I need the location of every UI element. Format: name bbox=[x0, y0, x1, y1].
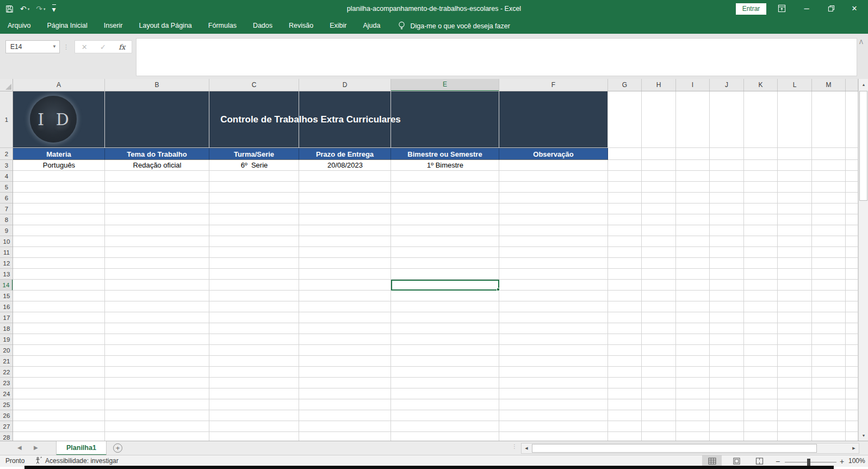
name-box[interactable]: E14▼ bbox=[5, 40, 60, 53]
table-header-cell[interactable]: Turma/Serie bbox=[209, 148, 299, 160]
row-header-16[interactable]: 16 bbox=[0, 301, 13, 312]
row-header-17[interactable]: 17 bbox=[0, 312, 13, 323]
row-header-4[interactable]: 4 bbox=[0, 171, 13, 182]
scrollbar-resize-dots[interactable]: ⋮ bbox=[512, 443, 517, 449]
row-header-24[interactable]: 24 bbox=[0, 388, 13, 399]
row-header-10[interactable]: 10 bbox=[0, 236, 13, 247]
tab-inserir[interactable]: Inserir bbox=[96, 18, 131, 34]
tab-formulas[interactable]: Fórmulas bbox=[200, 18, 245, 34]
view-normal-icon[interactable] bbox=[702, 455, 722, 467]
view-page-layout-icon[interactable] bbox=[727, 455, 746, 467]
column-header-M[interactable]: M bbox=[812, 79, 846, 91]
row-header-5[interactable]: 5 bbox=[0, 182, 13, 193]
column-header-G[interactable]: G bbox=[608, 79, 642, 91]
row-header-20[interactable]: 20 bbox=[0, 345, 13, 356]
sheet-nav-prev-icon[interactable]: ◀ bbox=[17, 445, 22, 451]
insert-function-icon[interactable]: fx bbox=[119, 43, 125, 51]
close-button[interactable]: ✕ bbox=[845, 0, 864, 16]
column-header-E[interactable]: E bbox=[391, 79, 499, 91]
tab-exibir[interactable]: Exibir bbox=[321, 18, 355, 34]
cells-area[interactable]: I D Controle de Trabalhos Extra Curricul… bbox=[13, 91, 858, 441]
sheet-nav-next-icon[interactable]: ▶ bbox=[34, 445, 38, 451]
row-header-21[interactable]: 21 bbox=[0, 356, 13, 367]
zoom-level[interactable]: 100% bbox=[848, 457, 865, 465]
row-header-2[interactable]: 2 bbox=[0, 148, 13, 160]
vertical-scrollbar[interactable]: ▲ ▼ bbox=[858, 79, 868, 441]
tab-arquivo[interactable]: Arquivo bbox=[0, 18, 39, 34]
row-header-11[interactable]: 11 bbox=[0, 247, 13, 258]
row-header-6[interactable]: 6 bbox=[0, 193, 13, 203]
table-header-cell[interactable]: Tema do Trabalho bbox=[105, 148, 209, 160]
name-box-dropdown-icon[interactable]: ▼ bbox=[52, 41, 57, 53]
scroll-down-icon[interactable]: ▼ bbox=[859, 430, 868, 441]
column-header-C[interactable]: C bbox=[209, 79, 299, 91]
selected-cell-E14[interactable] bbox=[391, 280, 499, 291]
table-data-cell[interactable]: 6º Serie bbox=[209, 160, 299, 171]
column-header-H[interactable]: H bbox=[642, 79, 676, 91]
row-header-14[interactable]: 14 bbox=[0, 280, 13, 291]
column-header-F[interactable]: F bbox=[499, 79, 608, 91]
row-header-7[interactable]: 7 bbox=[0, 203, 13, 214]
scroll-right-icon[interactable]: ▶ bbox=[849, 443, 859, 453]
add-sheet-icon[interactable]: + bbox=[113, 443, 122, 453]
row-header-27[interactable]: 27 bbox=[0, 421, 13, 432]
minimize-button[interactable]: ─ bbox=[797, 0, 816, 16]
zoom-out-icon[interactable]: − bbox=[776, 457, 780, 466]
accessibility-status[interactable]: Acessibilidade: investigar bbox=[34, 456, 119, 465]
row-header-12[interactable]: 12 bbox=[0, 258, 13, 269]
tab-layout-da-pagina[interactable]: Layout da Página bbox=[131, 18, 200, 34]
tab-pagina-inicial[interactable]: Página Inicial bbox=[39, 18, 95, 34]
sheet-tab-planilha1[interactable]: Planilha1 bbox=[56, 441, 107, 455]
enter-icon[interactable]: ✓ bbox=[100, 43, 106, 51]
row-header-26[interactable]: 26 bbox=[0, 410, 13, 421]
restore-button[interactable] bbox=[822, 0, 840, 16]
ribbon-display-options-icon[interactable] bbox=[772, 0, 791, 16]
table-data-cell[interactable] bbox=[499, 160, 608, 171]
column-header-A[interactable]: A bbox=[13, 79, 105, 91]
column-header-B[interactable]: B bbox=[105, 79, 209, 91]
row-header-8[interactable]: 8 bbox=[0, 214, 13, 225]
select-all-corner[interactable] bbox=[0, 79, 13, 91]
row-header-22[interactable]: 22 bbox=[0, 367, 13, 378]
collapse-formula-bar-icon[interactable]: ᐱ bbox=[859, 39, 863, 45]
scroll-up-icon[interactable]: ▲ bbox=[859, 79, 868, 90]
table-data-cell[interactable]: 20/08/2023 bbox=[299, 160, 391, 171]
column-header-K[interactable]: K bbox=[744, 79, 778, 91]
table-header-cell[interactable]: Materia bbox=[13, 148, 105, 160]
tab-dados[interactable]: Dados bbox=[245, 18, 281, 34]
row-header-19[interactable]: 19 bbox=[0, 334, 13, 345]
sign-in-button[interactable]: Entrar bbox=[736, 3, 766, 15]
row-header-3[interactable]: 3 bbox=[0, 160, 13, 171]
column-header-D[interactable]: D bbox=[299, 79, 391, 91]
horizontal-scrollbar[interactable]: ◀ ▶ bbox=[521, 443, 859, 454]
tab-ajuda[interactable]: Ajuda bbox=[355, 18, 388, 34]
scroll-left-icon[interactable]: ◀ bbox=[522, 443, 531, 453]
table-data-cell[interactable]: Redação oficial bbox=[105, 160, 209, 171]
zoom-slider-handle[interactable] bbox=[807, 459, 810, 466]
row-header-9[interactable]: 9 bbox=[0, 225, 13, 236]
fill-handle[interactable] bbox=[497, 288, 500, 291]
horizontal-scroll-thumb[interactable] bbox=[532, 444, 817, 453]
table-header-cell[interactable]: Observação bbox=[499, 148, 608, 160]
table-header-cell[interactable]: Bimestre ou Semestre bbox=[391, 148, 499, 160]
column-header-J[interactable]: J bbox=[710, 79, 744, 91]
row-header-1[interactable]: 1 bbox=[0, 91, 13, 148]
row-header-23[interactable]: 23 bbox=[0, 378, 13, 388]
table-data-cell[interactable]: 1º Bimestre bbox=[391, 160, 499, 171]
column-header-I[interactable]: I bbox=[676, 79, 710, 91]
tell-me-box[interactable]: Diga-me o que você deseja fazer bbox=[398, 21, 510, 30]
row-header-25[interactable]: 25 bbox=[0, 399, 13, 410]
column-header-L[interactable]: L bbox=[778, 79, 812, 91]
formula-bar-input[interactable] bbox=[136, 38, 857, 76]
row-header-18[interactable]: 18 bbox=[0, 323, 13, 334]
vertical-scroll-thumb[interactable] bbox=[859, 91, 867, 201]
table-header-cell[interactable]: Prazo de Entrega bbox=[299, 148, 391, 160]
row-header-13[interactable]: 13 bbox=[0, 269, 13, 280]
column-header-partial[interactable] bbox=[846, 79, 858, 91]
table-data-cell[interactable]: Português bbox=[13, 160, 105, 171]
zoom-slider-track[interactable] bbox=[785, 462, 836, 462]
row-header-28[interactable]: 28 bbox=[0, 432, 13, 441]
cancel-icon[interactable]: ✕ bbox=[82, 43, 88, 51]
zoom-in-icon[interactable]: + bbox=[840, 457, 844, 466]
tab-revisao[interactable]: Revisão bbox=[281, 18, 321, 34]
